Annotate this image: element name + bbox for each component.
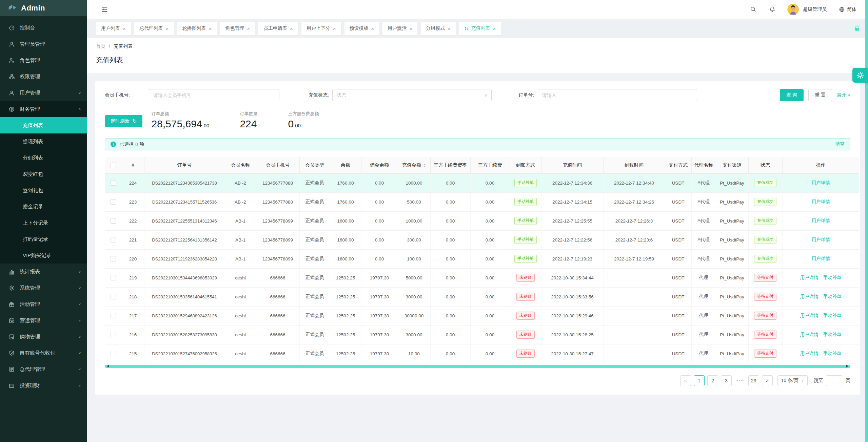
submenu-item[interactable]: VIP购买记录 xyxy=(0,247,87,264)
user-detail-link[interactable]: 用户详情 xyxy=(800,351,818,356)
order-filter-input[interactable] xyxy=(538,89,697,101)
bell-icon[interactable] xyxy=(768,6,776,13)
user-detail-link[interactable]: 用户详情 xyxy=(800,313,818,318)
sidebar-item-users[interactable]: 用户管理 ∨ xyxy=(0,85,87,101)
sidebar-item-own-account[interactable]: 自有账号代收付 ∨ xyxy=(0,345,87,361)
search-button[interactable]: 查 询 xyxy=(780,89,804,101)
lock-icon[interactable] xyxy=(854,25,861,33)
tab[interactable]: 员工申请表 xyxy=(258,22,298,35)
status-filter-select[interactable]: 状态 ∨ xyxy=(332,89,492,101)
user-detail-link[interactable]: 用户详情 xyxy=(812,218,830,223)
tab[interactable]: 总代理列表 xyxy=(134,22,174,35)
manual-order-link[interactable]: 手动补单 xyxy=(823,294,842,299)
manual-order-link[interactable]: 手动补单 xyxy=(823,332,842,337)
manual-order-link[interactable]: 手动补单 xyxy=(823,313,842,318)
page-button[interactable]: 3 xyxy=(721,375,732,386)
avatar[interactable] xyxy=(787,4,799,15)
sidebar-item-finance[interactable]: 财务管理 ∧ xyxy=(0,101,87,117)
manual-order-link[interactable]: 手动补单 xyxy=(823,351,842,356)
jump-page-input[interactable] xyxy=(826,375,842,386)
tab[interactable]: 角色管理 xyxy=(220,22,255,35)
tab[interactable]: 预设模板 xyxy=(344,22,379,35)
row-checkbox[interactable] xyxy=(111,180,116,186)
row-checkbox[interactable] xyxy=(111,237,116,243)
close-icon[interactable] xyxy=(333,26,336,31)
tab[interactable]: 用户列表 xyxy=(96,22,131,35)
settings-gear-button[interactable] xyxy=(852,68,868,83)
row-checkbox[interactable] xyxy=(111,275,116,280)
breadcrumb-home[interactable]: 首页 xyxy=(96,43,105,49)
user-detail-link[interactable]: 用户详情 xyxy=(812,237,830,242)
sidebar-item-shopping[interactable]: 购物管理 ∨ xyxy=(0,329,87,345)
sidebar-item-admins[interactable]: 管理员管理 xyxy=(0,36,87,52)
row-checkbox[interactable] xyxy=(111,351,116,356)
sidebar-item-permissions[interactable]: 权限管理 xyxy=(0,68,87,85)
scroll-left-icon[interactable] xyxy=(105,365,110,368)
expand-toggle[interactable]: 展开 ∨ xyxy=(837,92,850,98)
menu-fold-icon[interactable] xyxy=(101,6,108,13)
sidebar-item-investment[interactable]: 投资理财 ∨ xyxy=(0,377,87,394)
sidebar-item-general-agent[interactable]: 总代理管理 ∨ xyxy=(0,361,87,377)
user-detail-link[interactable]: 用户详情 xyxy=(800,275,818,280)
prev-page-button[interactable]: < xyxy=(680,375,691,386)
page-button[interactable]: 2 xyxy=(707,375,718,386)
submenu-item[interactable]: 裂变红包 xyxy=(0,166,87,182)
tab[interactable]: 分组模式 xyxy=(421,22,456,35)
row-checkbox[interactable] xyxy=(111,256,116,261)
page-button[interactable]: 23 xyxy=(748,375,759,386)
user-detail-link[interactable]: 用户详情 xyxy=(812,180,830,185)
reset-button[interactable]: 重 置 xyxy=(808,89,832,101)
submenu-item[interactable]: 提现列表 xyxy=(0,133,87,150)
language-switcher[interactable]: 简体 xyxy=(839,6,856,13)
sidebar-item-dashboard[interactable]: 控制台 xyxy=(0,20,87,36)
sidebar-item-roles[interactable]: 角色管理 xyxy=(0,52,87,68)
sidebar-item-reports[interactable]: 统计报表 ∨ xyxy=(0,264,87,280)
close-icon[interactable] xyxy=(493,26,496,31)
horizontal-scrollbar[interactable] xyxy=(105,365,850,368)
cell-member-phone: 666666 xyxy=(256,325,299,344)
submenu-item[interactable]: 上下分记录 xyxy=(0,215,87,231)
clear-selection-link[interactable]: 清空 xyxy=(835,141,845,147)
sidebar-item-activities[interactable]: 活动管理 ∨ xyxy=(0,296,87,312)
next-page-button[interactable]: > xyxy=(762,375,773,386)
auto-refresh-button[interactable]: 定时刷新 ↻ xyxy=(105,115,142,127)
close-icon[interactable] xyxy=(371,26,374,31)
sidebar-item-operations[interactable]: 营运管理 ∨ xyxy=(0,312,87,329)
scroll-right-icon[interactable] xyxy=(845,365,850,368)
row-checkbox[interactable] xyxy=(111,313,116,318)
row-checkbox[interactable] xyxy=(111,218,116,224)
user-detail-link[interactable]: 用户详情 xyxy=(800,332,818,337)
close-icon[interactable] xyxy=(123,26,126,31)
select-all-checkbox[interactable] xyxy=(111,163,116,168)
close-icon[interactable] xyxy=(209,26,212,31)
page-button[interactable]: 1 xyxy=(694,375,705,386)
manual-order-link[interactable]: 手动补单 xyxy=(823,275,842,280)
submenu-item[interactable]: 分佣列表 xyxy=(0,150,87,166)
close-icon[interactable] xyxy=(448,26,451,31)
close-icon[interactable] xyxy=(290,26,293,31)
submenu-item[interactable]: 赠金记录 xyxy=(0,198,87,215)
close-icon[interactable] xyxy=(247,26,250,31)
row-checkbox[interactable] xyxy=(111,332,116,337)
submenu-item[interactable]: 打码量记录 xyxy=(0,231,87,247)
tab[interactable]: 用户激活 xyxy=(382,22,417,35)
row-checkbox[interactable] xyxy=(111,294,116,299)
submenu-item[interactable]: 充值列表 xyxy=(0,117,87,133)
user-detail-link[interactable]: 用户详情 xyxy=(812,199,830,204)
user-detail-link[interactable]: 用户详情 xyxy=(800,294,818,299)
sort-control[interactable] xyxy=(423,164,426,167)
close-icon[interactable] xyxy=(409,26,412,31)
tab[interactable]: ↻ 充值列表 xyxy=(459,22,501,35)
submenu-item[interactable]: 签到礼包 xyxy=(0,182,87,198)
current-user[interactable]: 超级管理员 xyxy=(803,6,827,13)
row-checkbox[interactable] xyxy=(111,199,116,205)
user-detail-link[interactable]: 用户详情 xyxy=(812,256,830,261)
search-icon[interactable] xyxy=(749,6,757,13)
tab[interactable]: 用户上下分 xyxy=(301,22,341,35)
close-icon[interactable] xyxy=(166,26,169,31)
sidebar-item-system[interactable]: 系统管理 ∨ xyxy=(0,280,87,296)
phone-filter-input[interactable] xyxy=(149,89,279,101)
page-size-select[interactable]: 10 条/页 ∨ xyxy=(777,375,808,386)
tab[interactable]: 轮播图列表 xyxy=(177,22,217,35)
page-button[interactable]: ••• xyxy=(734,375,746,386)
